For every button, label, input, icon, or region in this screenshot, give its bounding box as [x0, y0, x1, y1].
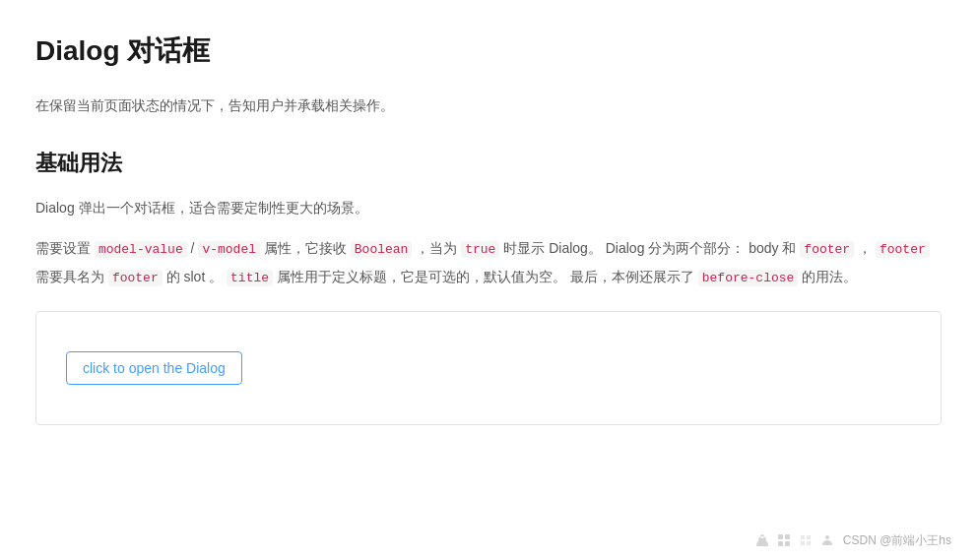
- code-boolean: Boolean: [351, 241, 413, 258]
- svg-rect-1: [785, 534, 790, 539]
- code-v-model: v-model: [198, 241, 260, 258]
- watermark-text: CSDN @前端小王hs: [843, 531, 951, 550]
- code-true: true: [461, 241, 499, 258]
- open-dialog-button[interactable]: click to open the Dialog: [66, 351, 242, 385]
- watermark-icons: [754, 532, 835, 548]
- watermark-icon-4: [819, 532, 835, 548]
- svg-rect-3: [785, 541, 790, 546]
- watermark-icon-2: [776, 532, 792, 548]
- watermark-icon-1: [754, 532, 770, 548]
- svg-point-4: [825, 535, 829, 539]
- demo-preview-box: click to open the Dialog: [35, 311, 942, 425]
- page-container: Dialog 对话框 在保留当前页面状态的情况下，告知用户并承载相关操作。 基础…: [16, 0, 961, 560]
- svg-rect-0: [778, 534, 783, 539]
- section-title-basic: 基础用法: [35, 146, 942, 180]
- code-footer-3: footer: [108, 270, 163, 286]
- code-model-value: model-value: [95, 241, 187, 258]
- intro-text: 在保留当前页面状态的情况下，告知用户并承载相关操作。: [35, 93, 942, 118]
- desc-text-1: Dialog 弹出一个对话框，适合需要定制性更大的场景。: [35, 196, 942, 220]
- code-title: title: [227, 270, 273, 286]
- page-title: Dialog 对话框: [35, 30, 942, 74]
- watermark-icon-3: [798, 532, 814, 548]
- detail-text: 需要设置 model-value / v-model 属性，它接收 Boolea…: [35, 234, 942, 291]
- svg-rect-2: [778, 541, 783, 546]
- code-footer-1: footer: [800, 241, 854, 258]
- code-before-close: before-close: [698, 270, 799, 286]
- watermark: CSDN @前端小王hs: [754, 531, 951, 550]
- code-footer-2: footer: [876, 241, 930, 258]
